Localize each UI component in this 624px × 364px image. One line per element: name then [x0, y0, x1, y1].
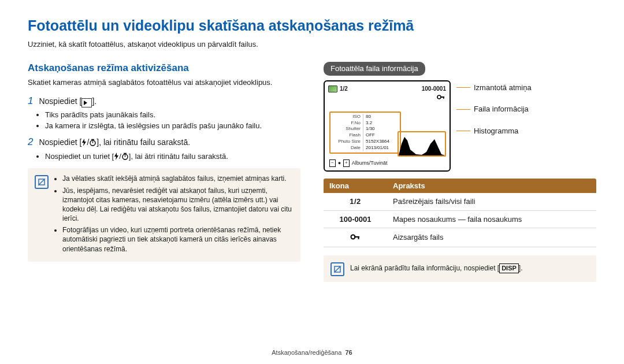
- page-footer: Atskaņošana/rediģēšana 76: [0, 348, 624, 357]
- flash-icon: [114, 153, 119, 163]
- info-label: Date: [330, 145, 363, 151]
- tip-text-c: ].: [519, 264, 523, 272]
- footer-page: 76: [345, 349, 352, 356]
- section-heading: Atskaņošanas režīma aktivizēšana: [28, 62, 300, 75]
- info-label: Flash: [330, 132, 363, 139]
- note-box: Ja vēlaties skatīt iekšējā atmiņā saglab…: [28, 168, 300, 262]
- thumb-icon: [328, 86, 337, 92]
- info-value: 1/30: [363, 126, 400, 132]
- info-value: 5152X3864: [363, 139, 400, 145]
- callout-memory: Izmantotā atmiņa: [456, 83, 532, 93]
- footer-section: Atskaņošana/rediģēšana: [272, 349, 341, 356]
- screen-bottom-hint: −●+ Albums/Tuvināt: [329, 159, 387, 167]
- legend-header-icon: Ikona: [324, 179, 387, 194]
- play-button-icon: [81, 98, 92, 107]
- figure-callouts: Izmantotā atmiņa Faila informācija Histo…: [456, 80, 532, 136]
- disp-button-icon: DISP: [499, 263, 519, 273]
- right-column: Fotoattēla faila informācija 1/2 100-000…: [324, 62, 596, 282]
- legend-icon-cell: [324, 228, 387, 247]
- note-icon: [35, 175, 49, 189]
- info-label: Shutter: [330, 126, 363, 132]
- step2-text-b: ], lai ritinātu failu sarakstā.: [96, 138, 190, 147]
- key-icon: [350, 233, 361, 243]
- legend-icon-cell: 1/2: [324, 193, 387, 210]
- screen-filecode: 100-0001: [422, 85, 446, 93]
- note-item-1: Ja vēlaties skatīt iekšējā atmiņā saglab…: [62, 174, 294, 183]
- legend-header-desc: Apraksts: [387, 179, 596, 194]
- note-item-2: Jūs, iespējams, nevarēsiet rediģēt vai a…: [62, 186, 294, 224]
- svg-rect-14: [358, 236, 359, 239]
- table-row: 100-0001 Mapes nosaukums — faila nosauku…: [324, 210, 596, 228]
- step1-bullet-1: Tiks parādīts pats jaunākais fails.: [45, 110, 300, 120]
- section-sub: Skatiet kameras atmiņā saglabātos fotoat…: [28, 77, 300, 88]
- step-number: 1: [28, 96, 33, 107]
- tip-text-a: Lai ekrānā parādītu faila informāciju, n…: [350, 264, 499, 272]
- key-icon: [437, 94, 445, 102]
- svg-marker-0: [84, 101, 87, 105]
- note-icon: [330, 262, 344, 276]
- table-row: Aizsargāts fails: [324, 228, 596, 247]
- callout-fileinfo: Faila informācija: [456, 104, 532, 114]
- legend-desc-cell: Aizsargāts fails: [387, 228, 596, 247]
- step1-text-b: ].: [92, 96, 96, 106]
- info-value: 2013/01/01: [363, 145, 400, 151]
- screen-counter: 1/2: [340, 85, 348, 93]
- step2b-c: ], lai ātri ritinātu failu sarakstā.: [129, 152, 228, 161]
- legend-desc-cell: Mapes nosaukums — faila nosaukums: [387, 210, 596, 228]
- step2-text-a: Nospiediet [: [39, 138, 81, 147]
- page-title: Fotoattēlu un videoklipu skatīšana atska…: [28, 16, 596, 36]
- intro-text: Uzziniet, kā skatīt fotoattēlus, atskaņo…: [28, 39, 596, 50]
- step2b-a: Nospiediet un turiet [: [45, 152, 114, 161]
- legend-desc-cell: Pašreizējais fails/visi faili: [387, 193, 596, 210]
- icon-legend-table: Ikona Apraksts 1/2 Pašreizējais fails/vi…: [324, 179, 596, 247]
- camera-screen: 1/2 100-0001 ISO80 F.No3.2 Shutter1/30 F…: [324, 80, 451, 172]
- step-2: 2 Nospiediet [/], lai ritinātu failu sar…: [28, 137, 300, 149]
- timer-icon: [121, 153, 129, 163]
- tip-box: Lai ekrānā parādītu faila informāciju, n…: [324, 255, 596, 282]
- callout-histogram: Histogramma: [456, 126, 532, 136]
- legend-icon-cell: 100-0001: [324, 210, 387, 228]
- step-number: 2: [28, 137, 33, 149]
- svg-rect-11: [443, 96, 444, 99]
- step1-bullet-2: Ja kamera ir izslēgta, tā ieslēgsies un …: [45, 121, 300, 131]
- info-value: OFF: [363, 132, 400, 139]
- histogram-overlay: [398, 131, 446, 157]
- info-label: F.No: [330, 120, 363, 127]
- step1-text-a: Nospiediet [: [39, 96, 81, 106]
- step-1: 1 Nospiediet [].: [28, 96, 300, 107]
- screen-bottom-text: Albums/Tuvināt: [352, 159, 388, 166]
- table-row: 1/2 Pašreizējais fails/visi faili: [324, 193, 596, 210]
- timer-icon: [89, 138, 96, 149]
- svg-marker-1: [82, 139, 86, 146]
- note-item-3: Fotogrāfijas un video, kuri uzņemti port…: [62, 225, 294, 254]
- left-column: Atskaņošanas režīma aktivizēšana Skatiet…: [28, 62, 300, 282]
- figure-caption-pill: Fotoattēla faila informācija: [324, 62, 425, 76]
- info-value: 3.2: [363, 120, 400, 127]
- info-value: 80: [363, 114, 400, 120]
- figure: 1/2 100-0001 ISO80 F.No3.2 Shutter1/30 F…: [324, 80, 596, 172]
- info-overlay: ISO80 F.No3.2 Shutter1/30 FlashOFF Photo…: [329, 112, 401, 154]
- step2-bullet-1: Nospiediet un turiet [/], lai ātri ritin…: [45, 151, 300, 163]
- info-label: ISO: [330, 114, 363, 120]
- svg-marker-5: [114, 153, 118, 160]
- info-label: Photo Size: [330, 139, 363, 145]
